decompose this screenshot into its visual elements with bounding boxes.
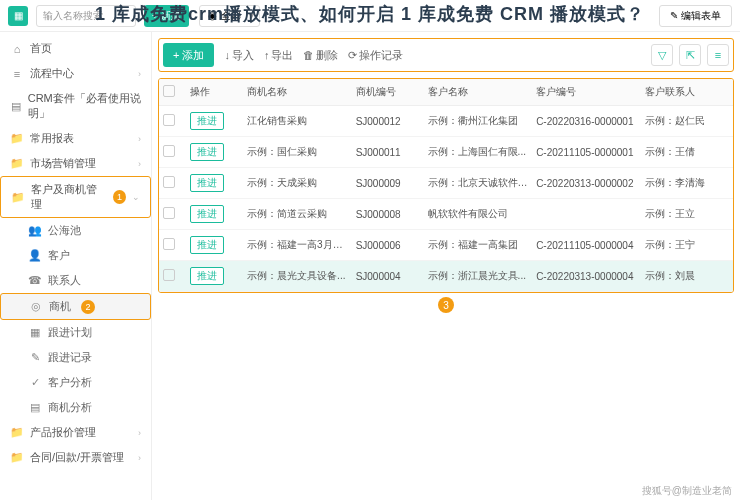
col-header-0 [159, 79, 186, 106]
cell-custcode: C-20220313-0000002 [532, 168, 641, 199]
sidebar-item-11[interactable]: ✎跟进记录 [0, 345, 151, 370]
push-button[interactable]: 推进 [190, 236, 224, 254]
nav-label: 公海池 [48, 223, 81, 238]
cell-contact: 示例：王立 [641, 199, 733, 230]
push-button[interactable]: 推进 [190, 143, 224, 161]
nav-label: 产品报价管理 [30, 425, 96, 440]
sidebar-item-6[interactable]: 👥公海池 [0, 218, 151, 243]
sidebar-item-1[interactable]: ≡流程中心› [0, 61, 151, 86]
nav-label: 联系人 [48, 273, 81, 288]
nav-icon: 📁 [10, 157, 24, 171]
nav-icon: 👤 [28, 249, 42, 263]
toolbar-highlight: +添加 ↓导入 ↑导出 🗑删除 ⟳操作记录 ▽ ⇱ ≡ [158, 38, 734, 72]
select-all-checkbox[interactable] [163, 85, 175, 97]
clock-icon: ⟳ [348, 49, 357, 62]
col-header-6: 客户联系人 [641, 79, 733, 106]
sidebar-item-9[interactable]: ◎商机2 [0, 293, 151, 320]
sidebar-item-8[interactable]: ☎联系人 [0, 268, 151, 293]
nav-icon: ≡ [10, 67, 24, 81]
cell-cust: 示例：福建一高集团 [424, 230, 533, 261]
delete-link[interactable]: 🗑删除 [303, 48, 338, 63]
cell-name: 示例：国仁采购 [243, 137, 352, 168]
nav-icon: ✓ [28, 376, 42, 390]
nav-label: 常用报表 [30, 131, 74, 146]
import-link[interactable]: ↓导入 [224, 48, 254, 63]
sidebar-item-14[interactable]: 📁产品报价管理› [0, 420, 151, 445]
cell-contact: 示例：赵仁民 [641, 106, 733, 137]
cell-contact: 示例：李清海 [641, 168, 733, 199]
sidebar-item-5[interactable]: 📁客户及商机管理1⌄ [0, 176, 151, 218]
sidebar-item-7[interactable]: 👤客户 [0, 243, 151, 268]
col-header-4: 客户名称 [424, 79, 533, 106]
push-button[interactable]: 推进 [190, 112, 224, 130]
row-checkbox[interactable] [163, 207, 175, 219]
col-header-5: 客户编号 [532, 79, 641, 106]
push-button[interactable]: 推进 [190, 174, 224, 192]
chevron-icon: ⌄ [132, 192, 140, 202]
annotation-badge-1: 1 [113, 190, 126, 204]
cell-cust: 示例：上海国仁有限... [424, 137, 533, 168]
table-highlight: 操作商机名称商机编号客户名称客户编号客户联系人 推进 江化销售采购 SJ0000… [158, 78, 734, 293]
cell-code: SJ000011 [352, 137, 424, 168]
nav-label: 流程中心 [30, 66, 74, 81]
row-checkbox[interactable] [163, 114, 175, 126]
annotation-badge-3: 3 [438, 297, 454, 313]
row-checkbox[interactable] [163, 176, 175, 188]
sidebar: ⌂首页≡流程中心›▤CRM套件「必看使用说明」📁常用报表›📁市场营销管理›📁客户… [0, 32, 152, 500]
sidebar-item-4[interactable]: 📁市场营销管理› [0, 151, 151, 176]
cell-custcode: C-20220313-0000004 [532, 261, 641, 292]
nav-icon: ✎ [28, 351, 42, 365]
row-checkbox[interactable] [163, 145, 175, 157]
add-button[interactable]: +添加 [163, 43, 214, 67]
filter-icon[interactable]: ▽ [651, 44, 673, 66]
share-icon[interactable]: ⇱ [679, 44, 701, 66]
main-content: +添加 ↓导入 ↑导出 🗑删除 ⟳操作记录 ▽ ⇱ ≡ 操作商机名称商机编号客户… [152, 32, 740, 500]
cell-name: 示例：福建一高3月订单 [243, 230, 352, 261]
sidebar-item-10[interactable]: ▦跟进计划 [0, 320, 151, 345]
nav-icon: 👥 [28, 224, 42, 238]
table-row[interactable]: 推进 示例：晨光文具设备... SJ000004 示例：浙江晨光文具... C-… [159, 261, 733, 292]
sidebar-item-3[interactable]: 📁常用报表› [0, 126, 151, 151]
row-checkbox[interactable] [163, 269, 175, 281]
nav-label: 商机分析 [48, 400, 92, 415]
cell-code: SJ000004 [352, 261, 424, 292]
download-icon: ↓ [224, 49, 230, 61]
cell-name: 示例：晨光文具设备... [243, 261, 352, 292]
chevron-icon: › [138, 69, 141, 79]
table-row[interactable]: 推进 示例：福建一高3月订单 SJ000006 示例：福建一高集团 C-2021… [159, 230, 733, 261]
chevron-icon: › [138, 453, 141, 463]
export-link[interactable]: ↑导出 [264, 48, 294, 63]
nav-icon: 📁 [10, 132, 24, 146]
cell-custcode: C-20211105-0000004 [532, 230, 641, 261]
cell-custcode: C-20220316-0000001 [532, 106, 641, 137]
sidebar-item-0[interactable]: ⌂首页 [0, 36, 151, 61]
cell-cust: 帆软软件有限公司 [424, 199, 533, 230]
cell-code: SJ000012 [352, 106, 424, 137]
cell-contact: 示例：王倩 [641, 137, 733, 168]
cell-custcode [532, 199, 641, 230]
row-checkbox[interactable] [163, 238, 175, 250]
table-row[interactable]: 推进 江化销售采购 SJ000012 示例：衢州江化集团 C-20220316-… [159, 106, 733, 137]
menu-icon[interactable]: ≡ [707, 44, 729, 66]
log-link[interactable]: ⟳操作记录 [348, 48, 403, 63]
sidebar-item-12[interactable]: ✓客户分析 [0, 370, 151, 395]
cell-cust: 示例：北京天诚软件:... [424, 168, 533, 199]
cell-contact: 示例：刘晨 [641, 261, 733, 292]
nav-label: 商机 [49, 299, 71, 314]
nav-icon: ▤ [28, 401, 42, 415]
push-button[interactable]: 推进 [190, 267, 224, 285]
cell-code: SJ000009 [352, 168, 424, 199]
watermark: 搜狐号@制造业老简 [642, 484, 732, 498]
cell-name: 江化销售采购 [243, 106, 352, 137]
table-row[interactable]: 推进 示例：天成采购 SJ000009 示例：北京天诚软件:... C-2022… [159, 168, 733, 199]
table-row[interactable]: 推进 示例：简道云采购 SJ000008 帆软软件有限公司 示例：王立 [159, 199, 733, 230]
nav-icon: ☎ [28, 274, 42, 288]
sidebar-item-15[interactable]: 📁合同/回款/开票管理› [0, 445, 151, 470]
nav-label: 客户及商机管理 [31, 182, 103, 212]
table-row[interactable]: 推进 示例：国仁采购 SJ000011 示例：上海国仁有限... C-20211… [159, 137, 733, 168]
chevron-icon: › [138, 428, 141, 438]
sidebar-item-13[interactable]: ▤商机分析 [0, 395, 151, 420]
push-button[interactable]: 推进 [190, 205, 224, 223]
upload-icon: ↑ [264, 49, 270, 61]
sidebar-item-2[interactable]: ▤CRM套件「必看使用说明」 [0, 86, 151, 126]
